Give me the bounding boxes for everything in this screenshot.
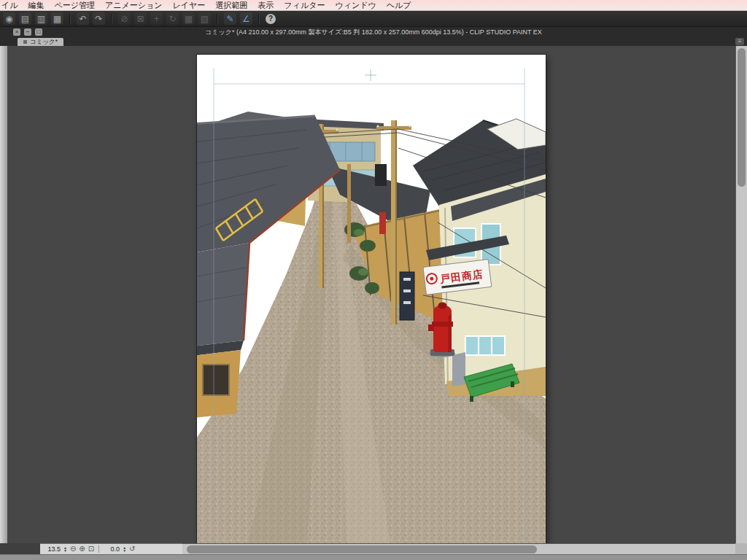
zoom-value[interactable]: 13.5 bbox=[44, 545, 61, 553]
document-title-bar: × − □ コミック* (A4 210.00 x 297.00mm 製本サイズ:… bbox=[0, 27, 747, 37]
menu-bar: イル 編集 ページ管理 アニメーション レイヤー 選択範囲 表示 フィルター ウ… bbox=[0, 0, 747, 11]
status-divider bbox=[98, 545, 99, 553]
menu-item-view[interactable]: 表示 bbox=[258, 0, 274, 11]
snap-ruler-icon[interactable]: ✎ bbox=[224, 12, 236, 25]
menu-item-window[interactable]: ウィンドウ bbox=[335, 0, 376, 11]
close-icon[interactable]: × bbox=[13, 28, 20, 36]
zoom-in-icon[interactable]: ⊕ bbox=[79, 545, 85, 553]
rotate-reset-icon[interactable]: ↺ bbox=[129, 545, 135, 553]
vertical-scrollbar[interactable] bbox=[735, 46, 747, 543]
redo-icon[interactable]: ↷ bbox=[93, 12, 105, 25]
menu-item-filter[interactable]: フィルター bbox=[284, 0, 325, 11]
menu-item-animation[interactable]: アニメーション bbox=[105, 0, 163, 11]
toolbar-separator bbox=[69, 14, 71, 24]
fit-to-screen-icon[interactable]: ⊡ bbox=[88, 545, 94, 553]
palette-dock-toggle-icon[interactable]: ≡ bbox=[735, 38, 744, 45]
toolbar-separator bbox=[111, 14, 112, 24]
clip-studio-icon[interactable]: ◉ bbox=[3, 12, 15, 25]
canvas-work-area[interactable]: 戸田商店 bbox=[7, 46, 735, 543]
scrollbar-corner bbox=[735, 543, 747, 554]
horizontal-scrollbar[interactable] bbox=[182, 543, 735, 554]
help-icon[interactable]: ? bbox=[266, 14, 276, 24]
command-toolbar: ◉ ▤ ▥ ▦ ↶ ↷ ⊘ ⊠ + ↻ ▦ ▧ ✎ ∠ ? bbox=[0, 11, 747, 27]
page-canvas[interactable]: 戸田商店 bbox=[197, 55, 546, 543]
minimize-icon[interactable]: − bbox=[24, 28, 31, 36]
document-title: コミック* (A4 210.00 x 297.00mm 製本サイズ:B5 判 1… bbox=[205, 28, 542, 37]
menu-item-layer[interactable]: レイヤー bbox=[173, 0, 206, 11]
vertical-scrollbar-thumb[interactable] bbox=[738, 48, 746, 187]
maximize-icon[interactable]: □ bbox=[35, 28, 42, 36]
menu-item-file[interactable]: イル bbox=[1, 0, 18, 11]
window-controls: × − □ bbox=[13, 28, 42, 36]
canvas-3d-scene[interactable]: 戸田商店 bbox=[197, 55, 546, 543]
rotate-canvas-icon[interactable]: ↻ bbox=[166, 12, 179, 25]
undo-icon[interactable]: ↶ bbox=[77, 12, 89, 25]
menu-item-help[interactable]: ヘルプ bbox=[387, 0, 411, 11]
snap-grid-icon[interactable]: ▧ bbox=[198, 12, 211, 25]
move-canvas-icon[interactable]: + bbox=[150, 12, 163, 25]
horizontal-scrollbar-thumb[interactable] bbox=[187, 545, 537, 553]
save-icon[interactable]: ▦ bbox=[51, 12, 63, 25]
bottom-left-filler bbox=[0, 543, 40, 554]
open-file-icon[interactable]: ▥ bbox=[35, 12, 47, 25]
rotation-value[interactable]: 0.0 bbox=[104, 545, 120, 553]
tab-comic-document[interactable]: コミック* bbox=[18, 38, 63, 46]
document-tab-bar: コミック* ≡ bbox=[0, 37, 747, 46]
select-none-icon[interactable]: ⊘ bbox=[118, 12, 131, 25]
toolbar-separator bbox=[258, 14, 260, 24]
window-bottom-edge bbox=[0, 554, 747, 560]
transform-icon[interactable]: ⊠ bbox=[134, 12, 147, 25]
tab-thumbnail-icon bbox=[23, 40, 27, 44]
menu-item-selection[interactable]: 選択範囲 bbox=[215, 0, 247, 11]
toolbar-separator bbox=[217, 14, 218, 24]
status-bar: 13.5 ▲▼ ⊖ ⊕ ⊡ 0.0 ▲▼ ↺ bbox=[40, 543, 182, 554]
tab-label: コミック* bbox=[30, 38, 58, 47]
zoom-out-icon[interactable]: ⊖ bbox=[70, 545, 76, 553]
zoom-stepper[interactable]: ▲▼ bbox=[63, 546, 67, 552]
snap-special-ruler-icon[interactable]: ∠ bbox=[240, 12, 252, 25]
menu-item-page-manage[interactable]: ページ管理 bbox=[55, 0, 96, 11]
menu-item-edit[interactable]: 編集 bbox=[28, 0, 44, 11]
grid-view-icon[interactable]: ▦ bbox=[182, 12, 195, 25]
new-canvas-icon[interactable]: ▤ bbox=[19, 12, 31, 25]
rotation-stepper[interactable]: ▲▼ bbox=[123, 546, 126, 552]
